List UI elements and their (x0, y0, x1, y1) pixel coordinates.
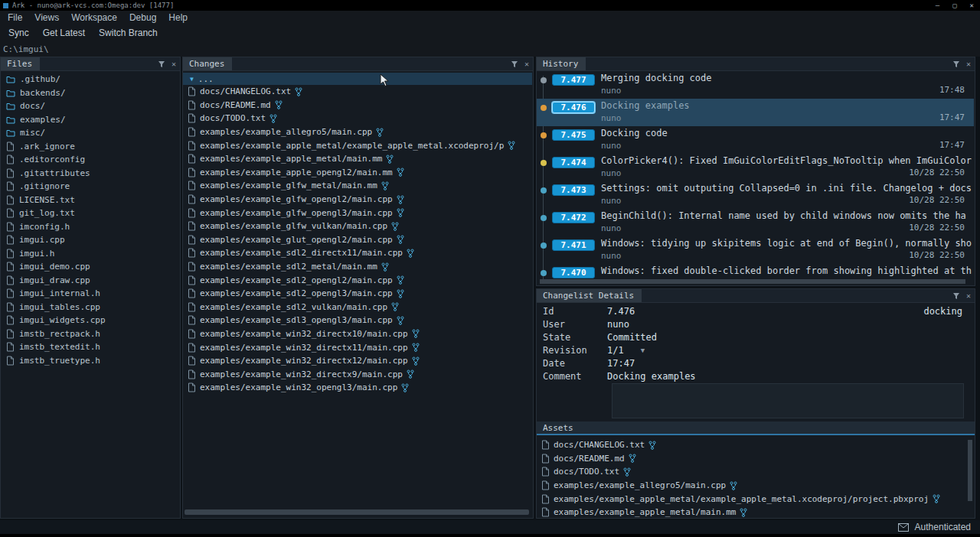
chevron-down-icon[interactable]: ▼ (190, 76, 194, 83)
vertical-scrollbar[interactable] (968, 440, 972, 501)
history-entry[interactable]: 7.474ColorPicker4(): Fixed ImGuiColorEdi… (537, 154, 974, 181)
revision-badge[interactable]: 7.471 (552, 239, 595, 251)
filter-icon[interactable] (952, 292, 960, 300)
file-tree-item[interactable]: imgui.cpp (1, 233, 179, 247)
changes-root-row[interactable]: ▼ ... (183, 73, 532, 85)
history-panel-title[interactable]: History (537, 57, 586, 70)
asset-row[interactable]: docs/README.md (537, 452, 967, 466)
changed-file-row[interactable]: examples/example_glfw_opengl2/main.cpp (183, 193, 532, 207)
file-tree-item[interactable]: misc/ (1, 126, 179, 140)
filter-icon[interactable] (952, 60, 960, 68)
revision-badge[interactable]: 7.477 (552, 74, 595, 86)
file-tree-item[interactable]: LICENSE.txt (1, 194, 179, 207)
detail-label: Id (537, 306, 607, 317)
history-entry[interactable]: 7.475Docking codenuno17:47 (537, 126, 974, 154)
file-tree-item[interactable]: imconfig.h (1, 220, 179, 234)
changed-file-row[interactable]: examples/example_sdl2_directx11/main.cpp (183, 246, 532, 260)
file-tree-item[interactable]: examples/ (1, 113, 179, 127)
changed-file-row[interactable]: docs/README.md (183, 99, 532, 112)
asset-row[interactable]: examples/example_apple_metal/main.mm (537, 506, 967, 517)
detail-row-user: Usernuno (537, 317, 975, 330)
commit-time: 10/28 22:50 (909, 168, 965, 177)
menu-help[interactable]: Help (162, 12, 194, 23)
revision-dropdown-icon[interactable]: ▼ (641, 347, 645, 354)
close-icon[interactable]: ✕ (966, 292, 971, 300)
changed-file-row[interactable]: examples/example_win32_directx12/main.cp… (183, 354, 532, 368)
file-tree-item[interactable]: git_log.txt (1, 207, 179, 220)
files-panel-title[interactable]: Files (1, 57, 40, 70)
menu-debug[interactable]: Debug (123, 12, 162, 23)
history-entry[interactable]: 7.470Windows: fixed double-clicked borde… (537, 264, 974, 279)
changed-file-row[interactable]: examples/example_win32_opengl3/main.cpp (183, 381, 532, 395)
revision-badge[interactable]: 7.476 (552, 102, 595, 113)
horizontal-scrollbar[interactable] (540, 279, 965, 284)
changes-panel-title[interactable]: Changes (183, 57, 232, 70)
file-tree-item[interactable]: imgui_internal.h (1, 287, 179, 301)
close-icon[interactable]: ✕ (524, 60, 529, 68)
asset-row[interactable]: docs/TODO.txt (537, 465, 967, 479)
history-entry[interactable]: 7.472BeginChild(): Internal name used by… (537, 209, 974, 236)
file-tree-item[interactable]: imgui_tables.cpp (1, 301, 179, 314)
history-entry[interactable]: 7.473Settings: omit outputing Collapsed=… (537, 181, 974, 209)
close-button[interactable]: ✕ (970, 2, 974, 9)
changed-file-row[interactable]: examples/example_win32_directx9/main.cpp (183, 367, 532, 381)
menu-file[interactable]: File (2, 12, 28, 23)
menu-views[interactable]: Views (28, 12, 65, 23)
revision-badge[interactable]: 7.472 (552, 212, 595, 223)
changed-file-row[interactable]: examples/example_sdl2_vulkan/main.cpp (183, 301, 532, 314)
changed-file-row[interactable]: examples/example_sdl2_metal/main.mm (183, 260, 532, 274)
file-tree-item[interactable]: imstb_textedit.h (1, 340, 179, 354)
file-tree-item[interactable]: imstb_rectpack.h (1, 327, 179, 341)
file-tree-item[interactable]: .github/ (1, 73, 179, 86)
changed-file-row[interactable]: docs/TODO.txt (183, 112, 532, 125)
file-tree-item[interactable]: imgui_draw.cpp (1, 274, 179, 288)
file-tree-item[interactable]: .editorconfig (1, 153, 179, 167)
changed-file-row[interactable]: examples/example_sdl2_opengl3/main.cpp (183, 287, 532, 301)
file-tree-item[interactable]: .ark_ignore (1, 140, 179, 154)
file-tree-item[interactable]: .gitignore (1, 180, 179, 194)
history-entry[interactable]: 7.471Windows: tidying up skipitems logic… (537, 236, 974, 264)
changed-file-row[interactable]: examples/example_sdl2_opengl2/main.cpp (183, 273, 532, 287)
file-tree-item[interactable]: imgui_demo.cpp (1, 260, 179, 274)
revision-badge[interactable]: 7.470 (552, 267, 595, 278)
minimize-button[interactable]: — (936, 2, 939, 9)
get-latest-button[interactable]: Get Latest (36, 28, 92, 38)
file-tree-item[interactable]: .gitattributes (1, 167, 179, 181)
changed-file-row[interactable]: docs/CHANGELOG.txt (183, 85, 532, 99)
revision-badge[interactable]: 7.475 (552, 129, 595, 141)
asset-row[interactable]: docs/CHANGELOG.txt (537, 438, 967, 452)
filter-icon[interactable] (511, 60, 518, 68)
sync-button[interactable]: Sync (2, 28, 36, 38)
changed-file-row[interactable]: examples/example_glfw_metal/main.mm (183, 179, 532, 193)
changed-file-row[interactable]: examples/example_glut_opengl2/main.cpp (183, 233, 532, 247)
revision-badge[interactable]: 7.473 (552, 184, 595, 196)
file-tree-item[interactable]: imgui.h (1, 247, 179, 261)
revision-badge[interactable]: 7.474 (552, 157, 595, 168)
asset-row[interactable]: examples/example_apple_metal/example_app… (537, 492, 967, 506)
history-entry[interactable]: 7.477Merging docking codenuno17:48 (537, 71, 974, 99)
changed-file-row[interactable]: examples/example_win32_directx10/main.cp… (183, 327, 532, 341)
horizontal-scrollbar[interactable] (185, 509, 529, 515)
close-icon[interactable]: ✕ (966, 60, 971, 68)
changed-file-row[interactable]: examples/example_allegro5/main.cpp (183, 125, 532, 139)
changed-file-row[interactable]: examples/example_sdl3_opengl3/main.cpp (183, 314, 532, 327)
file-tree-item[interactable]: imgui_widgets.cpp (1, 314, 179, 327)
changed-file-row[interactable]: examples/example_apple_metal/example_app… (183, 138, 532, 152)
filter-icon[interactable] (158, 60, 165, 68)
changed-file-row[interactable]: examples/example_glfw_opengl3/main.cpp (183, 206, 532, 220)
details-panel-title[interactable]: Changelist Details (537, 289, 642, 302)
menu-workspace[interactable]: Workspace (65, 12, 123, 23)
maximize-button[interactable]: ▢ (952, 2, 956, 9)
file-tree-item[interactable]: imstb_truetype.h (1, 354, 179, 368)
changed-file-row[interactable]: examples/example_win32_directx11/main.cp… (183, 340, 532, 354)
switch-branch-button[interactable]: Switch Branch (92, 28, 165, 38)
changed-file-row[interactable]: examples/example_glfw_vulkan/main.cpp (183, 220, 532, 233)
asset-row[interactable]: examples/example_allegro5/main.cpp (537, 479, 967, 493)
file-tree-item[interactable]: backends/ (1, 86, 179, 100)
close-icon[interactable]: ✕ (172, 60, 176, 68)
comment-input[interactable] (612, 383, 964, 418)
changed-file-row[interactable]: examples/example_apple_opengl2/main.mm (183, 166, 532, 180)
history-entry[interactable]: 7.476Docking examplesnuno17:47 (537, 99, 974, 126)
changed-file-row[interactable]: examples/example_apple_metal/main.mm (183, 152, 532, 166)
file-tree-item[interactable]: docs/ (1, 99, 179, 113)
